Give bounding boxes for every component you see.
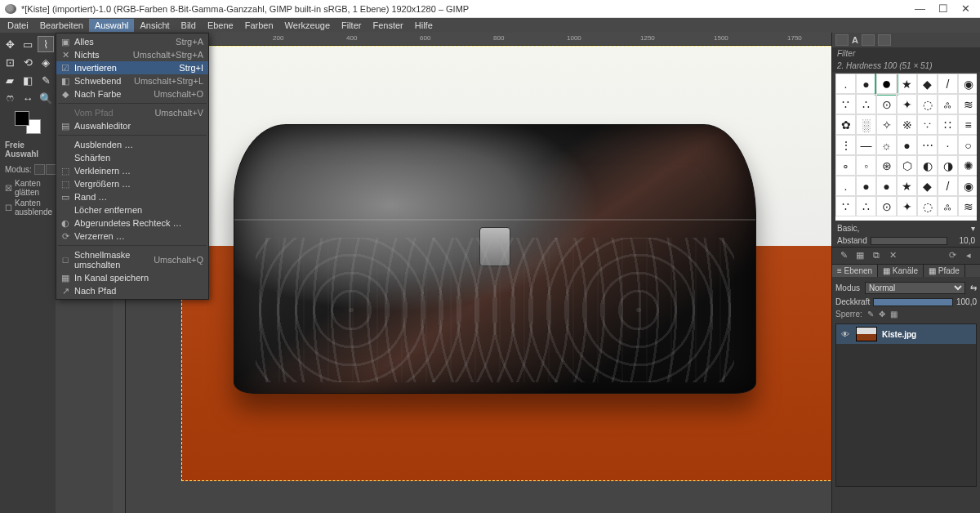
brush-swatch[interactable]: ∴ bbox=[856, 196, 876, 216]
brush-swatch[interactable]: ★ bbox=[897, 74, 917, 94]
brush-swatch[interactable]: ◆ bbox=[917, 176, 938, 196]
lock-position-icon[interactable]: ✥ bbox=[879, 310, 885, 319]
feather-checkbox[interactable]: ☐Kanten ausblende bbox=[5, 199, 51, 216]
ruler-horizontal[interactable]: -200020040060080010001250150017502000 bbox=[126, 33, 831, 46]
brush-swatch[interactable]: ≋ bbox=[958, 196, 977, 216]
panel-tab-ebenen[interactable]: ≡ Ebenen bbox=[832, 265, 878, 277]
brush-tool[interactable]: ෆ bbox=[2, 90, 18, 106]
brush-swatch[interactable]: ░ bbox=[856, 114, 876, 135]
menuitem-alles[interactable]: ▣AllesStrg+A bbox=[56, 35, 208, 48]
brush-swatch[interactable]: ● bbox=[876, 74, 897, 94]
brush-swatch[interactable]: ⸪ bbox=[917, 114, 938, 135]
measure-tool[interactable]: ↔ bbox=[20, 90, 36, 106]
gradient-tool[interactable]: ◧ bbox=[20, 72, 36, 88]
brush-swatch[interactable]: ⋯ bbox=[917, 135, 938, 155]
font-letter-icon[interactable]: A bbox=[852, 35, 858, 45]
rect-select-tool[interactable]: ▭ bbox=[20, 36, 36, 52]
layer-item[interactable]: 👁 Kiste.jpg bbox=[836, 324, 976, 344]
menu-ebene[interactable]: Ebene bbox=[202, 19, 239, 32]
pencil-tool[interactable]: ✎ bbox=[38, 72, 54, 88]
brushes-grid[interactable]: .●●★◆/◉՞∵∴⊙✦◌ஃ≋◯✿░✧※⸪∷≡□⋮—☼●⋯·○✶∘◦⊛⬡◐◑✺❁… bbox=[835, 74, 977, 221]
close-button[interactable]: ✕ bbox=[961, 2, 970, 15]
tab-icon-gradients[interactable] bbox=[878, 34, 891, 46]
brush-swatch[interactable]: ◉ bbox=[958, 176, 977, 196]
panel-tab-kanäle[interactable]: ▦ Kanäle bbox=[878, 265, 924, 277]
transform-tool[interactable]: ⟲ bbox=[20, 54, 36, 70]
menu-bild[interactable]: Bild bbox=[176, 19, 202, 32]
brush-swatch[interactable]: ◉ bbox=[958, 74, 977, 94]
refresh-icon[interactable]: ⟳ bbox=[946, 250, 959, 261]
brush-swatch[interactable]: ◆ bbox=[917, 74, 938, 94]
brush-swatch[interactable]: ∵ bbox=[835, 196, 856, 216]
brush-swatch[interactable]: . bbox=[835, 176, 856, 196]
brush-swatch[interactable]: ✺ bbox=[958, 155, 977, 176]
brush-swatch[interactable]: / bbox=[938, 74, 958, 94]
brush-swatch[interactable]: ✦ bbox=[897, 94, 917, 114]
free-select-tool[interactable]: ⌇ bbox=[38, 36, 54, 52]
brush-swatch[interactable]: ☼ bbox=[876, 135, 897, 155]
menuitem-nach-farbe[interactable]: ◆Nach FarbeUmschalt+O bbox=[56, 87, 208, 100]
menu-farben[interactable]: Farben bbox=[239, 19, 279, 32]
minimize-button[interactable]: — bbox=[915, 2, 925, 15]
lock-alpha-icon[interactable]: ▦ bbox=[890, 310, 898, 319]
opacity-slider[interactable] bbox=[873, 298, 953, 306]
blend-mode-select[interactable]: Normal bbox=[865, 282, 965, 294]
tab-icon-patterns[interactable] bbox=[835, 34, 849, 46]
layer-list[interactable]: 👁 Kiste.jpg bbox=[835, 323, 977, 487]
menuitem-rand-[interactable]: ▭Rand … bbox=[56, 190, 208, 203]
brush-swatch[interactable]: ✿ bbox=[835, 114, 856, 135]
brush-swatch[interactable]: · bbox=[938, 135, 958, 155]
layer-name[interactable]: Kiste.jpg bbox=[882, 330, 973, 339]
brush-swatch[interactable]: ⋮ bbox=[835, 135, 856, 155]
new-brush-icon[interactable]: ▦ bbox=[853, 250, 866, 261]
visibility-icon[interactable]: 👁 bbox=[840, 330, 851, 339]
menuitem-verkleinern-[interactable]: ⬚Verkleinern … bbox=[56, 164, 208, 177]
brush-swatch[interactable]: ✧ bbox=[876, 114, 897, 135]
brush-swatch[interactable]: ※ bbox=[897, 114, 917, 135]
brush-swatch[interactable]: . bbox=[835, 74, 856, 94]
panel-tab-pfade[interactable]: ▦ Pfade bbox=[924, 265, 965, 277]
brush-swatch[interactable]: ✦ bbox=[897, 196, 917, 216]
menuitem-vergr-ern-[interactable]: ⬚Vergrößern … bbox=[56, 177, 208, 190]
brush-swatch[interactable]: ஃ bbox=[938, 94, 958, 114]
brush-swatch[interactable]: ● bbox=[856, 176, 876, 196]
brush-swatch[interactable]: ∘ bbox=[835, 155, 856, 176]
brush-swatch[interactable]: ⊙ bbox=[876, 196, 897, 216]
move-tool[interactable]: ✥ bbox=[2, 36, 18, 52]
del-brush-icon[interactable]: ✕ bbox=[886, 250, 899, 261]
menu-bearbeiten[interactable]: Bearbeiten bbox=[34, 19, 89, 32]
brush-swatch[interactable]: ⬡ bbox=[897, 155, 917, 176]
chevron-down-icon[interactable]: ▾ bbox=[971, 224, 975, 233]
spacing-slider[interactable] bbox=[871, 237, 947, 245]
brush-swatch[interactable]: ◦ bbox=[856, 155, 876, 176]
fg-bg-colors[interactable] bbox=[15, 111, 41, 134]
unified-transform-tool[interactable]: ◈ bbox=[38, 54, 54, 70]
canvas[interactable] bbox=[126, 46, 831, 513]
fg-swatch[interactable] bbox=[15, 111, 29, 126]
brush-swatch[interactable]: ◐ bbox=[917, 155, 938, 176]
brush-swatch[interactable]: ≋ bbox=[958, 94, 977, 114]
menu-werkzeuge[interactable]: Werkzeuge bbox=[279, 19, 336, 32]
menu-auswahl[interactable]: Auswahl bbox=[89, 19, 135, 32]
tab-icon-history[interactable] bbox=[862, 34, 875, 46]
menuitem-in-kanal-speichern[interactable]: ▦In Kanal speichern bbox=[56, 271, 208, 284]
brush-swatch[interactable]: ∷ bbox=[938, 114, 958, 135]
brush-swatch[interactable]: ◌ bbox=[917, 94, 938, 114]
brush-swatch[interactable]: ⊙ bbox=[876, 94, 897, 114]
menu-ansicht[interactable]: Ansicht bbox=[134, 19, 175, 32]
brush-dock-tabs[interactable]: A bbox=[832, 33, 980, 47]
menu-hilfe[interactable]: Hilfe bbox=[409, 19, 439, 32]
menuitem-auswahleditor[interactable]: ▤Auswahleditor bbox=[56, 119, 208, 132]
menuitem-l-cher-entfernen[interactable]: Löcher entfernen bbox=[56, 203, 208, 216]
brush-swatch[interactable]: ● bbox=[876, 176, 897, 196]
menu-fenster[interactable]: Fenster bbox=[367, 19, 408, 32]
antialias-checkbox[interactable]: ☒Kanten glätten bbox=[5, 179, 51, 197]
brush-swatch[interactable]: ⊛ bbox=[876, 155, 897, 176]
menuitem-invertieren[interactable]: ☑InvertierenStrg+I bbox=[56, 61, 208, 74]
menuitem-schnellmaske-umschalten[interactable]: □Schnellmaske umschaltenUmschalt+Q bbox=[56, 248, 208, 271]
brush-swatch[interactable]: ≡ bbox=[958, 114, 977, 135]
brush-swatch[interactable]: ∵ bbox=[835, 94, 856, 114]
preset-label[interactable]: Basic, bbox=[837, 224, 968, 233]
menuitem-nach-pfad[interactable]: ↗Nach Pfad bbox=[56, 284, 208, 297]
menu-filter[interactable]: Filter bbox=[336, 19, 367, 32]
